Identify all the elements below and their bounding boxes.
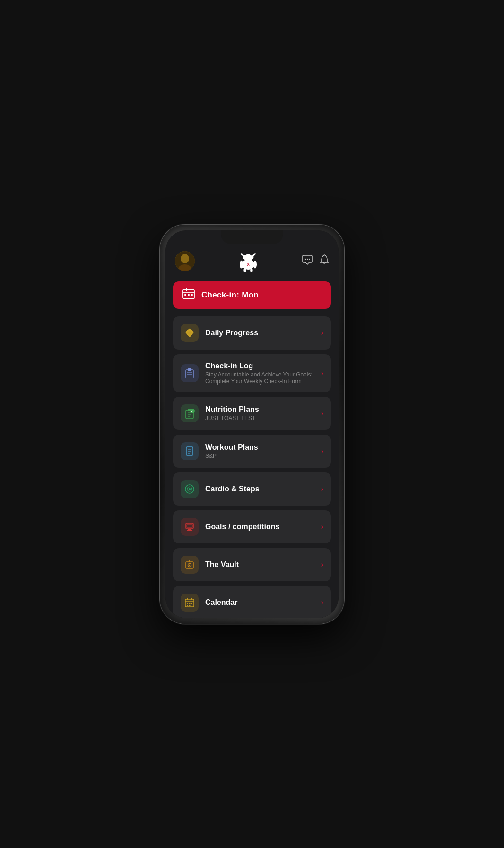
svg-point-1	[181, 254, 189, 263]
svg-point-6	[251, 255, 253, 259]
svg-point-14	[309, 258, 310, 259]
cardio-steps-content: Cardio & Steps	[205, 485, 314, 493]
svg-point-42	[189, 488, 191, 490]
svg-point-13	[307, 258, 308, 259]
svg-text:X: X	[247, 262, 250, 266]
svg-point-10	[253, 260, 257, 268]
cardio-steps-title: Cardio & Steps	[205, 485, 314, 493]
workout-plans-content: Workout Plans S&P	[205, 443, 314, 459]
checkin-calendar-icon	[182, 288, 195, 302]
svg-point-9	[240, 260, 243, 268]
svg-point-4	[244, 254, 252, 262]
nutrition-plans-arrow: ›	[321, 409, 323, 418]
svg-rect-7	[243, 268, 246, 272]
workout-icon	[181, 442, 199, 460]
avatar[interactable]	[175, 251, 195, 271]
checkin-log-title: Check-in Log	[205, 362, 314, 370]
nutrition-plans-title: Nutrition Plans	[205, 405, 314, 414]
avatar-image	[175, 251, 195, 271]
svg-rect-45	[188, 529, 191, 530]
calendar-content: Calendar	[205, 598, 314, 607]
svg-rect-58	[191, 603, 192, 604]
menu-item-workout-plans[interactable]: Workout Plans S&P ›	[173, 435, 331, 468]
menu-item-nutrition-plans[interactable]: ✓ Nutrition Plans JUST TOAST TEST ›	[173, 397, 331, 430]
svg-rect-56	[187, 603, 188, 604]
workout-plans-subtitle: S&P	[205, 453, 314, 459]
checkin-banner[interactable]: Check-in: Mon	[173, 281, 331, 309]
goals-competitions-content: Goals / competitions	[205, 523, 314, 531]
the-vault-title: The Vault	[205, 560, 314, 569]
checkin-label: Check-in: Mon	[201, 290, 259, 300]
chat-icon[interactable]	[302, 254, 313, 268]
goals-competitions-arrow: ›	[321, 523, 323, 531]
phone-inner: X	[165, 230, 339, 618]
daily-progress-title: Daily Progress	[205, 329, 314, 337]
cardio-steps-arrow: ›	[321, 485, 323, 493]
workout-plans-title: Workout Plans	[205, 443, 314, 452]
svg-rect-60	[189, 605, 191, 606]
notch	[221, 230, 283, 244]
svg-rect-57	[189, 603, 191, 604]
calendar-icon	[181, 594, 199, 612]
svg-rect-25	[188, 368, 191, 371]
bell-icon[interactable]	[320, 254, 329, 268]
svg-rect-8	[250, 268, 252, 272]
checkin-log-content: Check-in Log Stay Accountable and Achiev…	[205, 362, 314, 385]
goals-competitions-title: Goals / competitions	[205, 523, 314, 531]
screen: X	[165, 230, 339, 618]
menu-item-calendar[interactable]: Calendar ›	[173, 586, 331, 618]
vault-icon	[181, 556, 199, 574]
the-vault-arrow: ›	[321, 560, 323, 569]
menu-item-checkin-log[interactable]: Check-in Log Stay Accountable and Achiev…	[173, 354, 331, 392]
diamond-icon	[181, 324, 199, 342]
checkin-log-subtitle: Stay Accountable and Achieve Your Goals:…	[205, 371, 314, 385]
svg-rect-19	[184, 294, 186, 296]
app-logo: X	[234, 249, 262, 273]
menu-list: Daily Progress ›	[165, 316, 339, 618]
calendar-title: Calendar	[205, 598, 314, 607]
menu-item-goals-competitions[interactable]: Goals / competitions ›	[173, 510, 331, 543]
svg-point-49	[189, 564, 190, 565]
daily-progress-arrow: ›	[321, 329, 323, 337]
svg-rect-44	[187, 524, 192, 528]
svg-point-12	[305, 258, 306, 259]
phone-frame: X	[160, 225, 344, 624]
menu-item-daily-progress[interactable]: Daily Progress ›	[173, 316, 331, 350]
menu-item-cardio-steps[interactable]: Cardio & Steps ›	[173, 472, 331, 506]
the-vault-content: The Vault	[205, 560, 314, 569]
goals-icon	[181, 518, 199, 536]
menu-item-the-vault[interactable]: The Vault ›	[173, 548, 331, 581]
header-icons	[302, 254, 329, 268]
nutrition-plans-content: Nutrition Plans JUST TOAST TEST	[205, 405, 314, 421]
svg-rect-46	[187, 530, 192, 531]
svg-rect-21	[191, 294, 193, 296]
workout-plans-arrow: ›	[321, 447, 323, 455]
clipboard-icon	[181, 364, 199, 382]
svg-rect-20	[188, 294, 190, 296]
nutrition-plans-subtitle: JUST TOAST TEST	[205, 415, 314, 421]
svg-rect-59	[187, 605, 188, 606]
daily-progress-content: Daily Progress	[205, 329, 314, 337]
svg-point-5	[243, 255, 246, 259]
nutrition-icon: ✓	[181, 404, 199, 422]
calendar-arrow: ›	[321, 598, 323, 607]
checkin-log-arrow: ›	[321, 369, 323, 377]
cardio-icon	[181, 480, 199, 498]
svg-text:✓: ✓	[191, 410, 194, 413]
svg-point-51	[189, 560, 190, 561]
